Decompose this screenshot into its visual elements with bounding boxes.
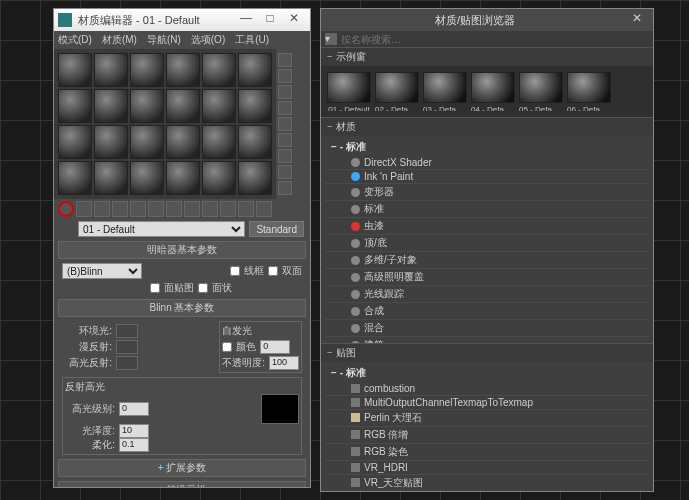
preview-item[interactable]: 01 - Default bbox=[327, 72, 371, 111]
tree-item[interactable]: 变形器 bbox=[325, 184, 649, 201]
material-slot[interactable] bbox=[238, 161, 272, 195]
get-material-icon[interactable] bbox=[58, 201, 74, 217]
material-type-button[interactable]: Standard bbox=[249, 221, 304, 237]
spec-level-map-slot[interactable] bbox=[153, 403, 165, 415]
tree-item[interactable]: MultiOutputChannelTexmapToTexmap bbox=[325, 396, 649, 410]
tool-sample-type-icon[interactable] bbox=[278, 53, 292, 67]
material-slot[interactable] bbox=[166, 89, 200, 123]
preview-item[interactable]: 05 - Defaul... bbox=[519, 72, 563, 111]
menu-nav[interactable]: 导航(N) bbox=[147, 33, 181, 47]
group-materials[interactable]: 材质 bbox=[321, 117, 653, 136]
section-extended[interactable]: + 扩展参数 bbox=[58, 459, 306, 477]
two-sided-checkbox[interactable] bbox=[268, 266, 278, 276]
titlebar[interactable]: 材质编辑器 - 01 - Default — □ ✕ bbox=[54, 9, 310, 31]
material-slot[interactable] bbox=[130, 125, 164, 159]
tree-item[interactable]: VR_天空贴图 bbox=[325, 475, 649, 491]
tree-item[interactable]: RGB 倍增 bbox=[325, 427, 649, 444]
tree-item[interactable]: 混合 bbox=[325, 320, 649, 337]
material-slot[interactable] bbox=[202, 53, 236, 87]
material-slot[interactable] bbox=[58, 125, 92, 159]
facemap-checkbox[interactable] bbox=[150, 283, 160, 293]
make-copy-icon[interactable] bbox=[130, 201, 146, 217]
selfillum-color-checkbox[interactable] bbox=[222, 342, 232, 352]
opacity-spinner[interactable]: 100 bbox=[269, 356, 299, 370]
material-slot[interactable] bbox=[202, 89, 236, 123]
tree-item[interactable]: VR_HDRI bbox=[325, 461, 649, 475]
tool-sample-uv-icon[interactable] bbox=[278, 101, 292, 115]
tool-mat-map-nav-icon[interactable] bbox=[278, 181, 292, 195]
tool-options-icon[interactable] bbox=[278, 149, 292, 163]
menu-material[interactable]: 材质(M) bbox=[102, 33, 137, 47]
put-to-library-icon[interactable] bbox=[166, 201, 182, 217]
preview-item[interactable]: 06 - Defaul... bbox=[567, 72, 611, 111]
tool-backlight-icon[interactable] bbox=[278, 69, 292, 83]
show-end-result-icon[interactable] bbox=[220, 201, 236, 217]
material-slot[interactable] bbox=[166, 125, 200, 159]
preview-item[interactable]: 02 - Defaul... bbox=[375, 72, 419, 111]
material-slot[interactable] bbox=[94, 125, 128, 159]
material-slot[interactable] bbox=[238, 53, 272, 87]
material-slot[interactable] bbox=[202, 125, 236, 159]
assign-to-selection-icon[interactable] bbox=[94, 201, 110, 217]
gloss-spinner[interactable]: 10 bbox=[119, 424, 149, 438]
diffuse-swatch[interactable] bbox=[116, 340, 138, 354]
pick-material-icon[interactable] bbox=[60, 222, 74, 236]
tree-item[interactable]: 顶/底 bbox=[325, 235, 649, 252]
tree-item[interactable]: 多维/子对象 bbox=[325, 252, 649, 269]
material-slot[interactable] bbox=[130, 89, 164, 123]
group-sample[interactable]: 示例窗 bbox=[321, 47, 653, 66]
selfillum-spinner[interactable]: 0 bbox=[260, 340, 290, 354]
tree-item[interactable]: Perlin 大理石 bbox=[325, 410, 649, 427]
tree-item[interactable]: combustion bbox=[325, 382, 649, 396]
tool-select-by-icon[interactable] bbox=[278, 165, 292, 179]
close-button[interactable]: ✕ bbox=[282, 11, 306, 29]
titlebar[interactable]: 材质/贴图浏览器 ✕ bbox=[321, 9, 653, 31]
maximize-button[interactable]: □ bbox=[258, 11, 282, 29]
category-standard-maps[interactable]: - 标准 bbox=[325, 364, 649, 382]
specular-swatch[interactable] bbox=[116, 356, 138, 370]
preview-item[interactable]: 03 - Defaul... bbox=[423, 72, 467, 111]
material-slot[interactable] bbox=[166, 161, 200, 195]
gloss-map-slot[interactable] bbox=[153, 425, 165, 437]
minimize-button[interactable]: — bbox=[234, 11, 258, 29]
make-unique-icon[interactable] bbox=[148, 201, 164, 217]
material-slot[interactable] bbox=[94, 161, 128, 195]
go-to-parent-icon[interactable] bbox=[238, 201, 254, 217]
shader-select[interactable]: (B)Blinn bbox=[62, 263, 142, 279]
material-slot[interactable] bbox=[166, 53, 200, 87]
menu-options[interactable]: 选项(O) bbox=[191, 33, 225, 47]
material-slot[interactable] bbox=[94, 89, 128, 123]
section-blinn-params[interactable]: Blinn 基本参数 bbox=[58, 299, 306, 317]
material-slot[interactable] bbox=[130, 161, 164, 195]
tool-video-color-icon[interactable] bbox=[278, 117, 292, 131]
wire-checkbox[interactable] bbox=[230, 266, 240, 276]
tree-item[interactable]: 标准 bbox=[325, 201, 649, 218]
group-maps[interactable]: 贴图 bbox=[321, 343, 653, 362]
material-id-icon[interactable] bbox=[184, 201, 200, 217]
section-shader-params[interactable]: 明暗器基本参数 bbox=[58, 241, 306, 259]
material-slot[interactable] bbox=[58, 161, 92, 195]
tree-item[interactable]: 虫漆 bbox=[325, 218, 649, 235]
tool-background-icon[interactable] bbox=[278, 85, 292, 99]
put-to-scene-icon[interactable] bbox=[76, 201, 92, 217]
reset-map-icon[interactable] bbox=[112, 201, 128, 217]
menu-tools[interactable]: 工具(U) bbox=[235, 33, 269, 47]
ambient-swatch[interactable] bbox=[116, 324, 138, 338]
tree-item[interactable]: DirectX Shader bbox=[325, 156, 649, 170]
go-forward-icon[interactable] bbox=[256, 201, 272, 217]
menu-mode[interactable]: 模式(D) bbox=[58, 33, 92, 47]
tree-item[interactable]: 光线跟踪 bbox=[325, 286, 649, 303]
material-slot[interactable] bbox=[130, 53, 164, 87]
search-input[interactable] bbox=[341, 31, 649, 47]
tool-make-preview-icon[interactable] bbox=[278, 133, 292, 147]
material-slot[interactable] bbox=[238, 125, 272, 159]
close-button[interactable]: ✕ bbox=[625, 11, 649, 29]
material-slot[interactable] bbox=[202, 161, 236, 195]
show-in-viewport-icon[interactable] bbox=[202, 201, 218, 217]
material-slot[interactable] bbox=[238, 89, 272, 123]
diffuse-map-slot[interactable] bbox=[142, 341, 154, 353]
faceted-checkbox[interactable] bbox=[198, 283, 208, 293]
preview-item[interactable]: 04 - Defaul... bbox=[471, 72, 515, 111]
tree-item[interactable]: 合成 bbox=[325, 303, 649, 320]
section-supersample[interactable]: + 超级采样 bbox=[58, 481, 306, 487]
